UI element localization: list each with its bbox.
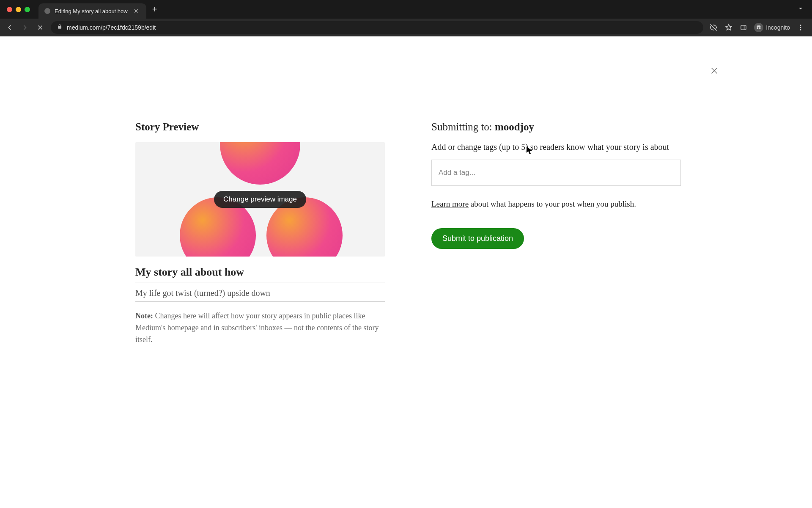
incognito-profile[interactable]: Incognito xyxy=(754,23,790,32)
learn-more-rest: about what happens to your post when you… xyxy=(469,199,636,208)
forward-button xyxy=(20,23,30,32)
page-content: Story Preview Change preview image Note:… xyxy=(0,36,812,508)
story-title-input[interactable] xyxy=(135,257,385,282)
svg-point-3 xyxy=(800,25,801,26)
tab-title: Editing My story all about how xyxy=(55,8,128,14)
incognito-label: Incognito xyxy=(766,24,790,31)
svg-point-4 xyxy=(800,27,801,28)
cursor-icon xyxy=(527,146,533,156)
lock-icon xyxy=(57,24,63,31)
back-button[interactable] xyxy=(5,23,14,32)
window-minimize-icon[interactable] xyxy=(16,7,21,12)
browser-tab[interactable]: Editing My story all about how ✕ xyxy=(38,3,146,19)
submit-to-publication-button[interactable]: Submit to publication xyxy=(431,228,524,249)
window-close-icon[interactable] xyxy=(7,7,12,12)
panel-icon[interactable] xyxy=(740,24,747,31)
publication-name: moodjoy xyxy=(495,121,534,133)
tab-bar: Editing My story all about how ✕ + xyxy=(0,0,812,19)
browser-chrome: Editing My story all about how ✕ + mediu… xyxy=(0,0,812,36)
story-subtitle-input[interactable] xyxy=(135,282,385,302)
tags-input-container[interactable] xyxy=(431,160,681,186)
toolbar-right-icons: Incognito xyxy=(709,23,807,32)
learn-more-link[interactable]: Learn more xyxy=(431,199,469,208)
kebab-menu-icon[interactable] xyxy=(797,24,804,31)
url-text: medium.com/p/7ec1fdc2159b/edit xyxy=(67,24,156,31)
stop-reload-button[interactable] xyxy=(36,23,45,32)
learn-more-text: Learn more about what happens to your po… xyxy=(431,199,681,209)
preview-blob-icon xyxy=(220,142,300,185)
svg-rect-0 xyxy=(741,25,746,30)
story-preview-heading: Story Preview xyxy=(135,121,385,133)
bookmark-star-icon[interactable] xyxy=(724,23,733,32)
svg-point-5 xyxy=(800,29,801,30)
tags-hint-text: Add or change tags (up to 5) so readers … xyxy=(431,142,681,152)
incognito-icon xyxy=(754,23,763,32)
browser-toolbar: medium.com/p/7ec1fdc2159b/edit Incognito xyxy=(0,19,812,36)
note-text: Changes here will affect how your story … xyxy=(135,312,379,344)
tab-close-icon[interactable]: ✕ xyxy=(132,8,140,14)
preview-image: Change preview image xyxy=(135,142,385,257)
preview-note: Note: Changes here will affect how your … xyxy=(135,310,385,346)
svg-point-2 xyxy=(759,27,761,29)
close-dialog-button[interactable] xyxy=(710,66,719,77)
submitting-to-label: Submitting to: xyxy=(431,121,495,133)
submitting-to-heading: Submitting to: moodjoy xyxy=(431,121,681,133)
tag-input[interactable] xyxy=(439,168,674,177)
change-preview-image-button[interactable]: Change preview image xyxy=(214,191,306,208)
svg-point-1 xyxy=(757,27,759,29)
window-maximize-icon[interactable] xyxy=(25,7,30,12)
window-controls xyxy=(7,7,30,12)
tab-favicon-icon xyxy=(44,8,50,14)
address-bar[interactable]: medium.com/p/7ec1fdc2159b/edit xyxy=(51,21,703,34)
tabs-dropdown-icon[interactable] xyxy=(793,5,808,14)
new-tab-button[interactable]: + xyxy=(146,5,163,14)
eye-off-icon[interactable] xyxy=(709,23,718,32)
note-label: Note: xyxy=(135,312,153,320)
